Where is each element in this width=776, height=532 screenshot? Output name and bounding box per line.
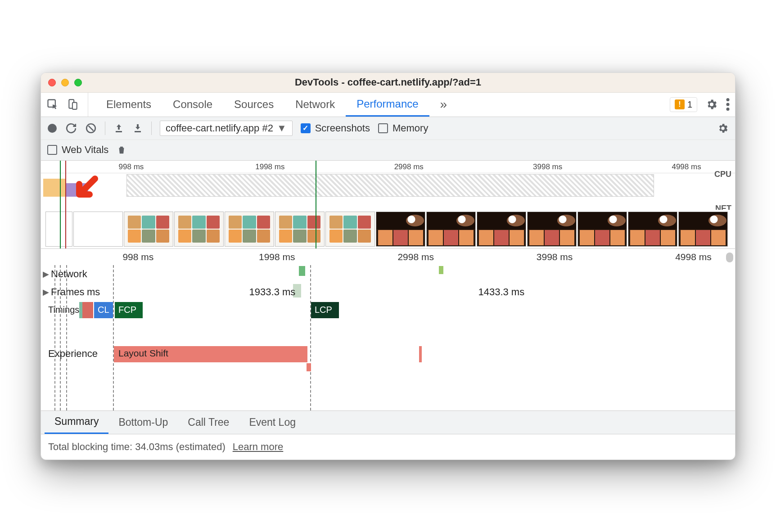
zoom-window-button[interactable] — [74, 79, 82, 86]
blocking-time-text: Total blocking time: 34.03ms (estimated) — [48, 441, 226, 453]
window-title: DevTools - coffee-cart.netlify.app/?ad=1 — [41, 77, 735, 88]
overview-panel[interactable]: 998 ms 1998 ms 2998 ms 3998 ms 4998 ms C… — [41, 161, 735, 249]
devtools-window: DevTools - coffee-cart.netlify.app/?ad=1… — [41, 72, 735, 460]
tab-elements[interactable]: Elements — [95, 93, 162, 117]
track-label: Network — [51, 268, 87, 280]
track-label: Timings — [48, 302, 79, 318]
filmstrip-frame[interactable] — [325, 212, 375, 247]
summary-panel: Total blocking time: 34.03ms (estimated)… — [41, 434, 735, 460]
filmstrip-frame[interactable] — [73, 212, 123, 247]
ruler-tick: 998 ms — [122, 252, 153, 262]
chevron-down-icon: ▼ — [277, 122, 287, 134]
timeline-guide — [66, 265, 67, 410]
flame-chart[interactable]: 998 ms 1998 ms 2998 ms 3998 ms 4998 ms ▶… — [41, 249, 735, 411]
filmstrip-frame[interactable] — [275, 212, 325, 247]
tab-console[interactable]: Console — [162, 93, 223, 117]
issues-button[interactable]: ! 1 — [670, 97, 697, 112]
warning-icon: ! — [675, 99, 685, 109]
web-vitals-checkbox[interactable]: Web Vitals — [47, 144, 108, 156]
filmstrip-frame[interactable] — [628, 212, 677, 247]
clear-button[interactable] — [85, 122, 97, 134]
track-label: Frames — [51, 286, 85, 298]
ruler-tick: 2998 ms — [394, 162, 424, 171]
filmstrip-frame[interactable] — [426, 212, 476, 247]
svg-rect-2 — [72, 103, 77, 109]
filmstrip-frame[interactable] — [527, 212, 577, 247]
collect-garbage-icon[interactable] — [117, 144, 126, 156]
checkbox-checked-icon — [301, 123, 311, 133]
track-label: Experience — [48, 348, 98, 360]
filmstrip-frame[interactable] — [225, 212, 274, 247]
tab-bottom-up[interactable]: Bottom-Up — [108, 411, 178, 434]
ruler-tick: 2998 ms — [397, 252, 434, 262]
cpu-label: CPU — [714, 169, 731, 179]
frames-track[interactable]: ▶ Frames ms 1933.3 ms 1433.3 ms — [41, 283, 735, 301]
load-profile-icon[interactable] — [113, 123, 124, 134]
layout-shift-event[interactable]: Layout Shift — [114, 346, 307, 362]
cpu-activity-scripting — [43, 179, 66, 197]
ruler-tick: 3998 ms — [533, 162, 562, 171]
cls-marker[interactable]: CL — [94, 302, 113, 318]
flame-ruler: 998 ms 1998 ms 2998 ms 3998 ms 4998 ms — [41, 249, 735, 265]
memory-label: Memory — [393, 122, 428, 134]
tab-summary[interactable]: Summary — [45, 411, 108, 434]
filmstrip-frame[interactable] — [124, 212, 173, 247]
save-profile-icon[interactable] — [132, 123, 143, 134]
details-tabbar: Summary Bottom-Up Call Tree Event Log — [41, 411, 735, 434]
svg-rect-8 — [116, 131, 122, 132]
lcp-marker[interactable]: LCP — [311, 302, 339, 318]
network-track[interactable]: ▶ Network — [41, 265, 735, 283]
filmstrip-frame[interactable] — [477, 212, 526, 247]
timeline-guide — [60, 265, 61, 410]
timeline-guide — [310, 265, 311, 410]
layout-shift-event-small[interactable] — [307, 363, 311, 371]
fcp-marker[interactable]: FCP — [115, 302, 143, 318]
screenshots-label: Screenshots — [315, 122, 370, 134]
screenshots-checkbox[interactable]: Screenshots — [301, 122, 370, 134]
tab-performance[interactable]: Performance — [346, 93, 429, 117]
window-controls — [48, 79, 82, 86]
ruler-tick: 998 ms — [119, 162, 144, 171]
tab-sources[interactable]: Sources — [223, 93, 284, 117]
filmstrip[interactable] — [41, 210, 735, 248]
web-vitals-label: Web Vitals — [62, 144, 108, 156]
filmstrip-frame[interactable] — [577, 212, 627, 247]
overview-marker-green-2 — [316, 161, 316, 248]
tab-overflow[interactable]: » — [429, 93, 458, 117]
tab-network[interactable]: Network — [284, 93, 346, 117]
record-button[interactable] — [47, 123, 57, 133]
memory-checkbox[interactable]: Memory — [378, 122, 428, 134]
layout-shift-event-small[interactable] — [419, 346, 422, 362]
filmstrip-frame[interactable] — [678, 212, 728, 247]
scrollbar-thumb[interactable] — [726, 252, 733, 262]
timings-track[interactable]: Timings CL FCP LCP — [41, 301, 735, 320]
filmstrip-frame[interactable] — [174, 212, 224, 247]
filmstrip-frame[interactable] — [45, 212, 72, 247]
annotation-arrow-icon — [72, 174, 99, 201]
learn-more-link[interactable]: Learn more — [233, 441, 284, 453]
devtools-tabbar: Elements Console Sources Network Perform… — [41, 93, 735, 117]
close-window-button[interactable] — [48, 79, 56, 86]
ruler-tick: 3998 ms — [537, 252, 573, 262]
ruler-tick: 4998 ms — [675, 252, 712, 262]
recording-select[interactable]: coffee-cart.netlify.app #2 ▼ — [160, 121, 293, 136]
svg-point-5 — [726, 108, 730, 111]
timeline-guide — [54, 265, 55, 410]
more-icon[interactable] — [726, 98, 730, 111]
minimize-window-button[interactable] — [61, 79, 69, 86]
chevron-right-icon[interactable]: ▶ — [41, 287, 51, 297]
experience-track[interactable]: Experience Layout Shift — [41, 345, 735, 364]
chevron-right-icon[interactable]: ▶ — [41, 269, 51, 279]
inspect-element-icon[interactable] — [46, 98, 59, 111]
filmstrip-frame[interactable] — [376, 212, 425, 247]
reload-record-button[interactable] — [65, 122, 77, 134]
tab-event-log[interactable]: Event Log — [239, 411, 306, 434]
titlebar: DevTools - coffee-cart.netlify.app/?ad=1 — [41, 73, 735, 93]
recording-name: coffee-cart.netlify.app #2 — [166, 122, 273, 134]
device-toolbar-icon[interactable] — [67, 98, 79, 111]
checkbox-icon — [378, 123, 388, 133]
capture-settings-icon[interactable] — [717, 122, 729, 134]
settings-icon[interactable] — [705, 98, 718, 111]
tab-call-tree[interactable]: Call Tree — [178, 411, 239, 434]
checkbox-icon — [47, 145, 57, 155]
